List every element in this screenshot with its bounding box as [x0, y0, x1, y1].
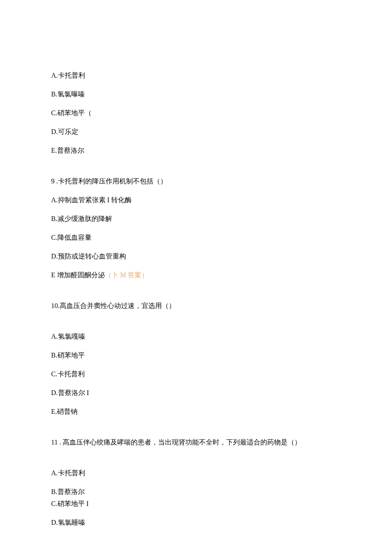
document-page: A.卡托普利 B.氢氯曝嗪 C.硝苯地平（ D.可乐定 E.普蔡洛尔 9 .卡托… — [0, 0, 392, 555]
q10-option-e: E.硝普钠 — [51, 407, 341, 417]
q11-option-c: C.硝苯地平 I — [51, 499, 341, 509]
q9-stem: 9 .卡托普利的降压作用机制不包括（） — [51, 176, 341, 186]
q11-stem: 11 . 高血压伴心绞痛及哮喘的患者，当出现肾功能不全时，下列最适合的药物是（） — [51, 437, 341, 447]
q9-option-c: C.降低血容量 — [51, 232, 341, 243]
q10-stem: 10.高血压合并窦性心动过速，宜选用（） — [51, 301, 341, 311]
q11-option-b: B.普蔡洛尔 — [51, 487, 341, 497]
q9-option-d: D.预防或逆转心血管重构 — [51, 251, 341, 262]
q11-option-d: D.氢氯睡嗪 — [51, 517, 341, 528]
q9-option-b: B.减少缓激肽的降解 — [51, 214, 341, 224]
q8-option-e: E.普蔡洛尔 — [51, 145, 341, 156]
q9-answer-marker: （卜 M 答案） — [105, 271, 148, 279]
q9-option-e: E 增加醛固酮分泌（卜 M 答案） — [51, 270, 341, 280]
q8-option-a: A.卡托普利 — [51, 70, 341, 81]
q10-option-c: C.卡托普利 — [51, 369, 341, 379]
q11-option-a: A.卡托普利 — [51, 468, 341, 478]
q9-option-e-text: E 增加醛固酮分泌 — [51, 271, 105, 279]
q10-option-a: A.氢氯嘎嗪 — [51, 331, 341, 342]
q10-option-d: D.普蔡洛尔 I — [51, 388, 341, 398]
q8-option-b: B.氢氯曝嗪 — [51, 89, 341, 99]
q8-option-c: C.硝苯地平（ — [51, 108, 341, 118]
q9-option-a: A.抑制血管紧张素 I 转化酶 — [51, 195, 341, 205]
q10-option-b: B.硝苯地平 — [51, 350, 341, 360]
q8-option-d: D.可乐定 — [51, 127, 341, 137]
